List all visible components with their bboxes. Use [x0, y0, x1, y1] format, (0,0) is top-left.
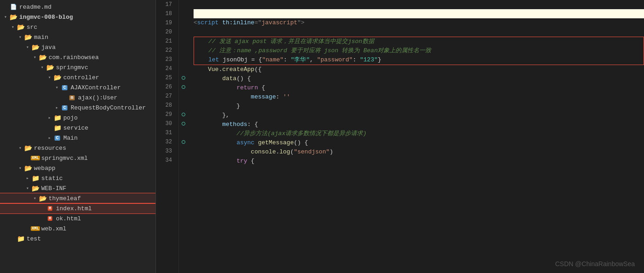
tree-icon-xml: XML	[31, 154, 39, 162]
tree-label: AJAXController	[71, 84, 121, 91]
tree-label: index.html	[56, 205, 92, 212]
tree-arrow-open[interactable]	[31, 55, 39, 60]
sidebar-item-thymeleaf[interactable]: 📂thymeleaf	[0, 193, 155, 203]
gutter-dot	[182, 76, 185, 80]
code-content[interactable]: <script th:inline="javascript"> // 发送 aj…	[188, 0, 644, 273]
sidebar-item-springmvc-blog[interactable]: 📂ingmvc-008-blog	[0, 12, 155, 22]
code-line: methods: {	[194, 120, 644, 129]
sidebar-item-controller[interactable]: 📂controller	[0, 72, 155, 82]
tree-icon-c-class: C	[61, 104, 69, 112]
line-number: 34	[156, 156, 175, 165]
tree-arrow-closed[interactable]	[24, 175, 31, 181]
sidebar-item-main[interactable]: 📂main	[0, 32, 155, 42]
code-line: // 注意：name ,password 要于对应将 json 转换为 Bean…	[194, 46, 644, 55]
sidebar-item-static[interactable]: 📁static	[0, 173, 155, 183]
line-number: 18	[156, 9, 175, 18]
tree-arrow-open[interactable]	[17, 34, 24, 40]
tree-label: thymeleaf	[49, 195, 81, 202]
gutter-cell	[179, 73, 188, 82]
sidebar-item-service[interactable]: 📁service	[0, 123, 155, 133]
tree-arrow-open[interactable]	[2, 14, 9, 20]
tree-arrow-open[interactable]	[17, 145, 24, 151]
file-tree[interactable]: 📄readme.md📂ingmvc-008-blog📂src📂main📂java…	[0, 0, 156, 273]
tree-arrow-open[interactable]	[39, 65, 46, 70]
tree-arrow-open[interactable]	[9, 24, 17, 30]
tree-label: RequestBodyController	[71, 104, 146, 111]
tree-arrow-closed[interactable]	[46, 115, 53, 120]
tree-icon-html: H	[46, 214, 54, 223]
tree-label: src	[27, 24, 37, 31]
tree-arrow-closed[interactable]	[46, 135, 53, 141]
gutter-cell	[179, 137, 188, 147]
sidebar-item-resources[interactable]: 📂resources	[0, 143, 155, 153]
line-number: 19	[156, 18, 175, 27]
tree-icon-c-class: C	[61, 83, 69, 92]
code-line: try {	[194, 157, 644, 166]
tree-icon-m-method: m	[68, 93, 76, 102]
sidebar-item-RequestBodyController[interactable]: CRequestBodyController	[0, 103, 155, 113]
gutter-cell	[179, 0, 188, 9]
tree-arrow-open[interactable]	[24, 186, 31, 191]
sidebar-item-readme[interactable]: 📄readme.md	[0, 2, 155, 12]
code-line: return {	[194, 83, 644, 93]
gutter-cell	[179, 156, 188, 165]
sidebar-item-Main[interactable]: CMain	[0, 133, 155, 143]
tree-arrow-open[interactable]	[53, 85, 61, 90]
code-line	[194, 9, 644, 18]
sidebar-item-web-xml[interactable]: XMLweb.xml	[0, 224, 155, 234]
sidebar-item-pojo[interactable]: 📁pojo	[0, 113, 155, 123]
tree-label: springmvc	[56, 64, 88, 71]
line-number: 27	[156, 92, 175, 101]
code-line: //异步方法(ajax请求多数情况下都是异步请求)	[194, 129, 644, 138]
gutter-cell	[179, 82, 188, 92]
tree-arrow-closed[interactable]	[53, 105, 61, 110]
sidebar-item-AJAXController[interactable]: CAJAXController	[0, 82, 155, 93]
line-number: 31	[156, 128, 175, 137]
code-line: let jsonObj = {"name": "李华", "password":…	[194, 55, 644, 65]
sidebar-item-index-html[interactable]: Hindex.html	[0, 203, 155, 213]
sidebar-item-src[interactable]: 📂src	[0, 22, 155, 32]
code-line	[194, 0, 644, 9]
tree-icon-folder-open: 📂	[24, 164, 32, 172]
tree-arrow-open[interactable]	[24, 44, 31, 50]
sidebar-item-ajax-user[interactable]: majax():User	[0, 93, 155, 103]
tree-icon-folder-open: 📂	[17, 23, 25, 31]
tree-icon-folder-open: 📂	[24, 144, 32, 152]
sidebar-item-webapp[interactable]: 📂webapp	[0, 163, 155, 173]
line-number: 20	[156, 27, 175, 37]
tree-icon-folder: 📁	[53, 124, 61, 132]
sidebar-item-WEB-INF[interactable]: 📂WEB-INF	[0, 183, 155, 193]
code-line: data() {	[194, 74, 644, 83]
gutter-cell	[179, 119, 188, 128]
line-number: 29	[156, 110, 175, 119]
tree-label: springmvc.xml	[41, 155, 88, 162]
tree-label: resources	[34, 145, 66, 152]
line-number: 22	[156, 46, 175, 55]
tree-icon-folder-open: 📂	[31, 184, 39, 192]
code-line: console.log("sendjson")	[194, 147, 644, 157]
sidebar-item-test[interactable]: 📁test	[0, 234, 155, 244]
sidebar-item-springmvc[interactable]: 📂springmvc	[0, 62, 155, 72]
tree-icon-folder: 📁	[17, 235, 25, 243]
tree-label: controller	[63, 74, 99, 81]
line-number: 32	[156, 137, 175, 147]
line-number: 28	[156, 101, 175, 110]
tree-icon-folder-open: 📂	[53, 73, 61, 82]
tree-arrow-open[interactable]	[17, 165, 24, 171]
highlighted-code-block: // 发送 ajax post 请求，并且在请求体当中提交json数据 // 注…	[194, 37, 644, 65]
line-number: 24	[156, 64, 175, 73]
tree-arrow-open[interactable]	[31, 196, 39, 201]
tree-arrow-open[interactable]	[46, 75, 53, 80]
sidebar-item-ok-html[interactable]: Hok.html	[0, 213, 155, 224]
gutter-cell	[179, 27, 188, 37]
tree-label: Main	[63, 135, 78, 142]
sidebar-item-springmvc-xml[interactable]: XMLspringmvc.xml	[0, 153, 155, 163]
sidebar-item-com-rainbowsea[interactable]: 📂com.rainbowsea	[0, 52, 155, 62]
tree-icon-folder: 📁	[31, 174, 39, 182]
gutter-dot	[182, 140, 185, 144]
line-number: 25	[156, 73, 175, 82]
code-line: async getMessage() {	[194, 138, 644, 147]
code-line: Vue.createApp({	[194, 65, 644, 74]
sidebar-item-java[interactable]: 📂java	[0, 42, 155, 52]
gutter-cell	[179, 55, 188, 64]
